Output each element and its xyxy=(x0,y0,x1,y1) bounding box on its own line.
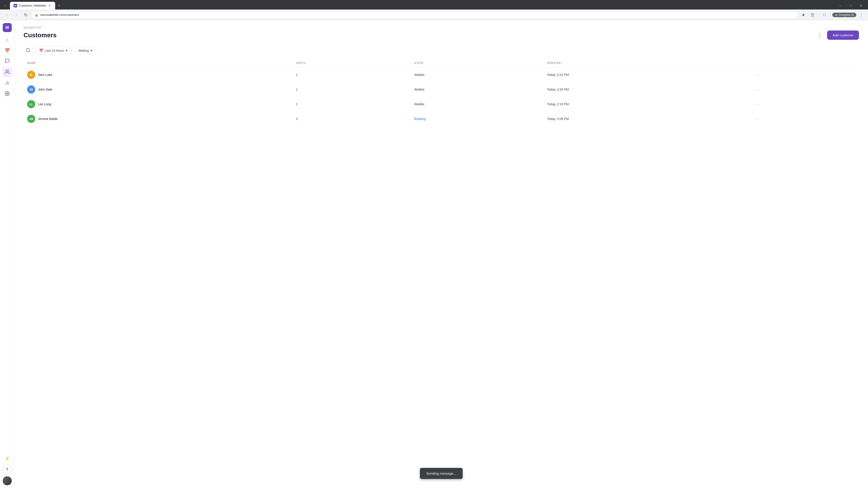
toolbar-divider xyxy=(818,12,818,18)
user-avatar[interactable] xyxy=(3,476,12,485)
customer-state: Booking xyxy=(411,111,544,126)
svg-point-4 xyxy=(6,93,8,94)
address-bar[interactable]: 🔒 xyxy=(31,11,798,19)
main-content: Moodjoy7434 Customers ⋮ Add customer 📅 L… xyxy=(14,20,868,488)
nav-forward-button[interactable]: → xyxy=(12,11,20,19)
search-button[interactable] xyxy=(24,46,33,55)
toolbar-divider-2 xyxy=(830,12,831,18)
table-row[interactable]: LL Lee Long 1 Waitlist Today, 2:19 PM ⋯ xyxy=(24,97,859,111)
customer-visits: 3 xyxy=(292,111,411,126)
split-view-button[interactable]: □ xyxy=(820,11,829,19)
lightning-icon: ⚡ xyxy=(5,456,10,461)
avatar: JM xyxy=(27,115,35,123)
bookmark-button[interactable]: ★ xyxy=(799,11,807,19)
add-customer-button[interactable]: Add customer xyxy=(827,31,859,40)
customer-updated: Today, 2:06 PM xyxy=(544,111,749,126)
col-header-state: STATE xyxy=(411,60,544,68)
table-row[interactable]: JD John Dale 1 Waitlist Today, 2:20 PM ⋯ xyxy=(24,82,859,97)
customer-cell: LL Lee Long xyxy=(27,100,289,108)
sidebar-item-settings[interactable] xyxy=(2,89,12,99)
customer-name: Jemina Madie xyxy=(38,117,58,121)
address-input[interactable] xyxy=(40,13,795,17)
status-filter-label: Waiting xyxy=(79,49,89,53)
window-minimize-button[interactable]: − xyxy=(835,2,845,9)
table-row[interactable]: JM Jemina Madie 3 Booking Today, 2:06 PM… xyxy=(24,111,859,126)
customer-cell: JD John Dale xyxy=(27,86,289,94)
col-header-updated[interactable]: UPDATED ↕ xyxy=(544,60,749,68)
customer-visits: 1 xyxy=(292,82,411,97)
more-options-button[interactable]: ⋮ xyxy=(815,31,825,40)
sidebar-item-calendar[interactable]: 📅 xyxy=(2,46,12,56)
customers-icon xyxy=(5,69,10,75)
row-menu-button[interactable]: ⋯ xyxy=(753,86,761,94)
customer-state: Waitlist xyxy=(411,97,544,111)
table-row[interactable]: SL Sam Luke 1 Waitlist Today, 2:22 PM ⋯ xyxy=(24,68,859,82)
home-icon: ⌂ xyxy=(6,37,8,42)
sidebar-item-customers[interactable] xyxy=(2,67,12,77)
page-header: Customers ⋮ Add customer xyxy=(24,31,859,40)
customer-cell: SL Sam Luke xyxy=(27,71,289,79)
row-menu-button[interactable]: ⋯ xyxy=(753,71,761,79)
avatar: JD xyxy=(27,86,35,94)
page-title: Customers xyxy=(24,32,57,39)
svg-point-0 xyxy=(6,70,7,71)
tab-close-button[interactable]: ✕ xyxy=(48,4,52,7)
breadcrumb: Moodjoy7434 xyxy=(24,26,859,29)
customer-name: Lee Long xyxy=(38,102,51,106)
new-tab-button[interactable]: + xyxy=(56,2,62,9)
customer-visits: 1 xyxy=(292,68,411,82)
row-menu-button[interactable]: ⋯ xyxy=(753,115,761,123)
row-menu-button[interactable]: ⋯ xyxy=(753,100,761,108)
analytics-icon xyxy=(5,80,10,86)
sort-icon: ↕ xyxy=(562,62,563,64)
customer-state: Waitlist xyxy=(411,82,544,97)
toast-message: Sending message... xyxy=(426,471,456,475)
customers-table-container: NAME VISITS STATE UPDATED ↕ SL Sam Luke xyxy=(24,60,859,483)
date-chevron-icon: ▼ xyxy=(65,49,68,52)
customers-table: NAME VISITS STATE UPDATED ↕ SL Sam Luke xyxy=(24,60,859,126)
settings-icon xyxy=(5,91,10,97)
sidebar-item-messages[interactable] xyxy=(2,57,12,66)
filters-bar: 📅 Last 24 hours ▼ Waiting ▼ xyxy=(24,46,859,55)
sidebar: M ⌂ 📅 ⚡ xyxy=(0,20,14,488)
chrome-menu-button[interactable]: ⋮ xyxy=(857,11,865,19)
browser-chrome: ‹ W Customers | Waitwhile ✕ + − □ ✕ ← → … xyxy=(0,0,868,20)
avatar: SL xyxy=(27,71,35,79)
calendar-filter-icon: 📅 xyxy=(39,48,43,53)
help-icon: ? xyxy=(6,467,8,472)
tab-back-button[interactable]: ‹ xyxy=(2,2,8,9)
browser-toolbar: ← → ↻ 🔒 ★ ☰ □ 🕵 Incognito (2) ⋮ xyxy=(0,9,868,20)
status-filter-button[interactable]: Waiting ▼ xyxy=(74,47,97,55)
customer-visits: 1 xyxy=(292,97,411,111)
nav-refresh-button[interactable]: ↻ xyxy=(22,11,30,19)
sidebar-item-home[interactable]: ⌂ xyxy=(2,35,12,45)
avatar: LL xyxy=(27,100,35,108)
tab-favicon: W xyxy=(13,4,17,7)
customer-name: Sam Luke xyxy=(38,73,52,76)
sidebar-item-lightning[interactable]: ⚡ xyxy=(2,454,12,464)
incognito-label: Incognito (2) xyxy=(839,13,854,17)
nav-back-button[interactable]: ← xyxy=(3,11,11,19)
window-close-button[interactable]: ✕ xyxy=(856,2,866,9)
customer-updated: Today, 2:19 PM xyxy=(544,97,749,111)
sidebar-item-analytics[interactable] xyxy=(2,78,12,88)
col-header-visits: VISITS xyxy=(292,60,411,68)
extensions-button[interactable]: ☰ xyxy=(808,11,816,19)
calendar-icon: 📅 xyxy=(5,48,10,53)
customer-state: Waitlist xyxy=(411,68,544,82)
customer-updated: Today, 2:20 PM xyxy=(544,82,749,97)
svg-line-6 xyxy=(29,51,30,52)
col-header-name: NAME xyxy=(24,60,292,68)
app-container: M ⌂ 📅 ⚡ xyxy=(0,20,868,488)
status-chevron-icon: ▼ xyxy=(90,49,93,52)
date-filter-button[interactable]: 📅 Last 24 hours ▼ xyxy=(35,46,72,55)
sidebar-logo[interactable]: M xyxy=(3,23,12,32)
customer-updated: Today, 2:22 PM xyxy=(544,68,749,82)
browser-tab-active[interactable]: W Customers | Waitwhile ✕ xyxy=(10,2,55,9)
toast-notification: Sending message... xyxy=(420,468,463,479)
col-header-actions xyxy=(749,60,859,68)
messages-icon xyxy=(5,59,10,65)
incognito-badge[interactable]: 🕵 Incognito (2) xyxy=(832,13,856,17)
window-maximize-button[interactable]: □ xyxy=(845,2,856,9)
sidebar-item-help[interactable]: ? xyxy=(2,464,12,475)
